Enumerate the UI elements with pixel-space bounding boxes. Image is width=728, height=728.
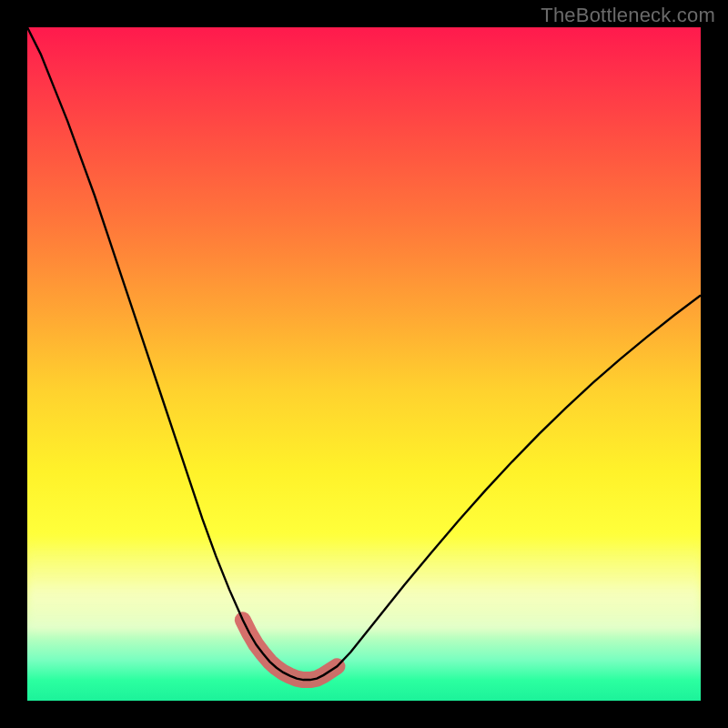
trough-overlay-curve [243,620,338,680]
chart-frame: TheBottleneck.com [0,0,728,728]
watermark-text: TheBottleneck.com [541,4,715,27]
plot-area [27,27,701,701]
bottleneck-curve [27,27,701,680]
chart-svg [27,27,701,701]
